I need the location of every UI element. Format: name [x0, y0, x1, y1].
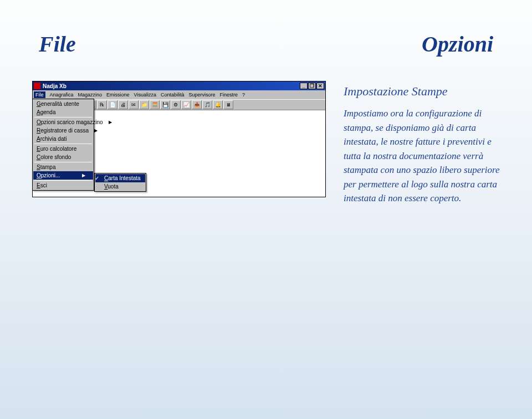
menu-file[interactable]: File: [34, 91, 45, 98]
toolbar-button-15[interactable]: 📈: [181, 100, 191, 109]
info-body: Impostiamo ora la configurazione di stam…: [344, 106, 510, 206]
menu-separator: [34, 117, 92, 117]
opzioni-submenu: ✓Carta IntestataVuota: [94, 173, 146, 192]
titlebar: Nadja Xb _ ❐ ✕: [33, 81, 325, 90]
info-panel: Impostazione Stampe Impostiamo ora la co…: [344, 84, 510, 206]
file-menu-item-label: Euro calcolatore: [37, 146, 76, 152]
app-title: Nadja Xb: [43, 83, 66, 89]
file-menu-item-label: Generalità utente: [37, 101, 79, 107]
toolbar-button-19[interactable]: 🖥: [223, 100, 233, 109]
toolbar-button-8[interactable]: 📄: [108, 100, 117, 109]
submenu-arrow-icon: ▶: [94, 128, 98, 133]
window-maximize-button[interactable]: ❐: [308, 83, 316, 89]
toolbar-button-18[interactable]: 🔔: [213, 100, 223, 109]
toolbar-button-7[interactable]: ℞: [97, 100, 107, 109]
check-icon: ✓: [95, 175, 99, 181]
file-menu-item-label: Agenda: [37, 109, 55, 115]
menu-help[interactable]: ?: [242, 92, 245, 98]
app-icon: [34, 83, 40, 89]
toolbar-button-17[interactable]: 🎵: [202, 100, 212, 109]
menu-separator: [34, 144, 92, 144]
page-heading-opzioni: Opzioni: [422, 31, 493, 57]
menu-supervisore[interactable]: Supervisore: [188, 92, 215, 98]
toolbar-button-9[interactable]: 🖨: [118, 100, 128, 109]
menu-anagrafica[interactable]: Anagrafica: [50, 92, 74, 98]
menubar: File Anagrafica Magazzino Emissione Visu…: [33, 90, 325, 99]
submenu-arrow-icon: ▶: [109, 120, 112, 125]
file-menu-item-3[interactable]: Registratore di cassa▶: [33, 126, 93, 135]
file-menu: Generalità utenteAgendaOpzioni scarico m…: [32, 99, 94, 191]
file-menu-item-label: Stampa: [37, 164, 55, 170]
opzioni-submenu-item-label: Carta Intestata: [104, 175, 141, 181]
info-title: Impostazione Stampe: [344, 84, 510, 99]
file-menu-item-0[interactable]: Generalità utente: [33, 100, 93, 108]
menu-finestre[interactable]: Finestre: [220, 92, 238, 98]
window-close-button[interactable]: ✕: [316, 83, 324, 89]
file-menu-item-label: Esci: [37, 182, 47, 188]
menu-magazzino[interactable]: Magazzino: [78, 92, 103, 98]
file-menu-item-1[interactable]: Agenda: [33, 108, 93, 116]
page-heading-file: File: [39, 31, 76, 57]
toolbar-button-12[interactable]: 🧮: [150, 100, 160, 109]
file-menu-item-8[interactable]: Opzioni...▶: [33, 171, 93, 180]
submenu-arrow-icon: ▶: [82, 173, 85, 178]
file-menu-item-label: Registratore di cassa: [37, 127, 89, 134]
file-menu-item-label: Archivia dati: [37, 136, 66, 142]
menu-contabilita[interactable]: Contabilità: [161, 92, 185, 98]
file-menu-item-label: Opzioni...: [37, 172, 60, 178]
file-menu-item-label: Colore sfondo: [37, 154, 71, 160]
toolbar-button-11[interactable]: 📁: [139, 100, 149, 109]
file-menu-item-2[interactable]: Opzioni scarico magazzino▶: [33, 118, 93, 126]
file-menu-item-5[interactable]: Euro calcolatore: [33, 145, 93, 153]
menu-visualizza[interactable]: Visualizza: [134, 92, 156, 98]
file-menu-item-7[interactable]: Stampa: [33, 163, 93, 171]
window-minimize-button[interactable]: _: [300, 83, 308, 89]
file-menu-item-label: Opzioni scarico magazzino: [37, 119, 103, 125]
menu-separator: [34, 162, 92, 162]
file-menu-item-9[interactable]: Esci: [33, 181, 93, 190]
toolbar-button-14[interactable]: ⚙: [171, 100, 181, 109]
menu-separator: [34, 180, 92, 181]
toolbar-button-13[interactable]: 💾: [160, 100, 170, 109]
file-menu-item-4[interactable]: Archivia dati: [33, 135, 93, 143]
menu-emissione[interactable]: Emissione: [106, 92, 130, 98]
toolbar-button-10[interactable]: ✉: [129, 100, 139, 109]
toolbar-button-16[interactable]: 📤: [192, 100, 202, 109]
file-menu-item-6[interactable]: Colore sfondo: [33, 153, 93, 161]
opzioni-submenu-item-1[interactable]: Vuota: [95, 182, 145, 191]
opzioni-submenu-item-0[interactable]: ✓Carta Intestata: [95, 174, 145, 182]
opzioni-submenu-item-label: Vuota: [104, 183, 119, 190]
